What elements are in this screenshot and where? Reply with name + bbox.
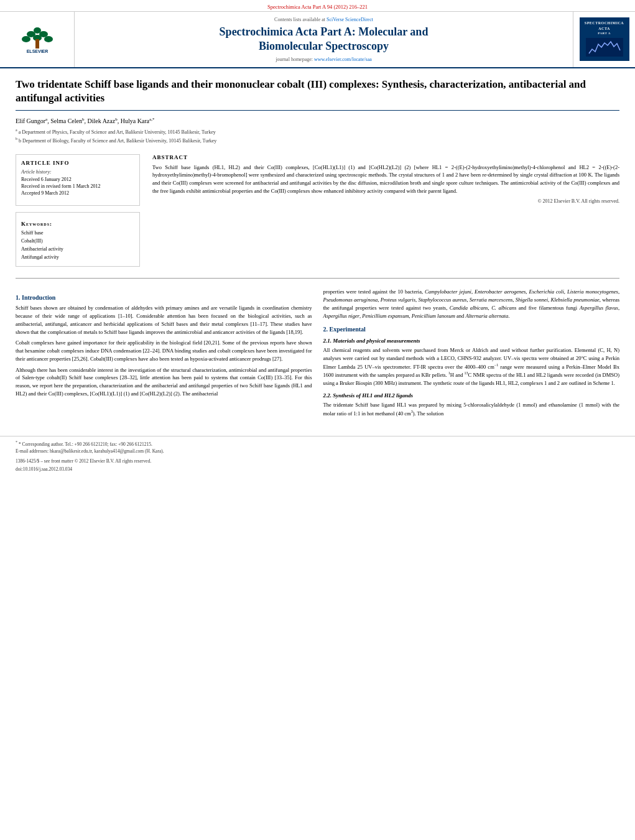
section2-heading: 2. Experimental	[323, 326, 620, 333]
subsection21-text: All chemical reagents and solvents were …	[323, 346, 620, 387]
svg-text:ELSEVIER: ELSEVIER	[26, 49, 48, 53]
email-line: E-mail addresses: hkara@balikesir.edu.tr…	[16, 448, 619, 455]
logo-line3: PART A	[598, 31, 611, 35]
abstract-section: ABSTRACT Two Schiff base ligands (HL1, H…	[152, 154, 619, 204]
keyword-1: Schiff base	[21, 229, 134, 238]
corresponding-note: * * Corresponding author. Tel.: +90 266 …	[16, 440, 619, 448]
section1-heading: 1. Introduction	[16, 294, 312, 301]
doi-line: doi:10.1016/j.saa.2012.03.034	[16, 466, 619, 472]
article-title: Two tridentate Schiff base ligands and t…	[16, 78, 619, 111]
article-info-box: ARTICLE INFO Article history: Received 6…	[16, 154, 140, 206]
copyright-line: © 2012 Elsevier B.V. All rights reserved…	[152, 198, 619, 204]
elsevier-tree-logo: ELSEVIER	[12, 25, 62, 53]
header-main: Contents lists available at SciVerse Sci…	[75, 12, 573, 67]
contents-line: Contents lists available at SciVerse Sci…	[81, 17, 567, 22]
elsevier-logo: ELSEVIER	[12, 25, 62, 53]
logo-line1: SPECTROCHIMICA	[585, 21, 624, 25]
footer: * * Corresponding author. Tel.: +90 266 …	[0, 436, 635, 475]
page-container: Spectrochimica Acta Part A 94 (2012) 216…	[0, 0, 635, 840]
body-left: 1. Introduction Schiff bases shown are o…	[16, 288, 312, 420]
section1-para3: Although there has been considerable int…	[16, 366, 312, 398]
keyword-2: Cobalt(III)	[21, 238, 134, 246]
body-right: properties were tested against the 10 ba…	[323, 288, 620, 420]
article-info-column: ARTICLE INFO Article history: Received 6…	[16, 154, 140, 274]
journal-header: ELSEVIER Contents lists available at Sci…	[0, 12, 635, 68]
contents-text: Contents lists available at	[274, 17, 325, 22]
logo-line2: ACTA	[598, 26, 610, 31]
keyword-3: Antibacterial activity	[21, 246, 134, 254]
article-content: Two tridentate Schiff base ligands and t…	[0, 68, 635, 430]
journal-homepage: journal homepage: www.elsevier.com/locat…	[81, 57, 567, 62]
abstract-title: ABSTRACT	[152, 154, 619, 160]
svg-point-4	[22, 36, 30, 42]
svg-rect-9	[586, 38, 623, 57]
issn-line: 1386-1425/$ – see front matter © 2012 El…	[16, 458, 619, 464]
history-title: Article history:	[21, 169, 134, 175]
received-date: Received 6 January 2012	[21, 176, 134, 183]
keywords-title: Keywords:	[21, 221, 134, 227]
section1-right-text: properties were tested against the 10 ba…	[323, 288, 620, 320]
abstract-column: ABSTRACT Two Schiff base ligands (HL1, H…	[152, 154, 619, 274]
elsevier-logo-container: ELSEVIER	[0, 12, 75, 67]
subsection22-text: The tridentate Schiff base ligand HL1 wa…	[323, 401, 620, 417]
received-revised-date: Received in revised form 1 March 2012	[21, 183, 134, 190]
keyword-4: Antifungal activity	[21, 254, 134, 262]
section-divider	[16, 278, 619, 279]
subsection21-heading: 2.1. Materials and physical measurements	[323, 338, 620, 344]
article-history-section: Article history: Received 6 January 2012…	[21, 169, 134, 197]
keywords-list: Schiff base Cobalt(III) Antibacterial ac…	[21, 229, 134, 261]
section1-para2: Cobalt complexes have gained importance …	[16, 339, 312, 362]
keywords-box: Keywords: Schiff base Cobalt(III) Antiba…	[16, 212, 140, 267]
article-info-title: ARTICLE INFO	[21, 160, 134, 166]
journal-logo-box: SPECTROCHIMICA ACTA PART A	[580, 17, 629, 61]
logo-graph	[586, 38, 623, 58]
main-body: 1. Introduction Schiff bases shown are o…	[16, 288, 619, 420]
homepage-url[interactable]: www.elsevier.com/locate/saa	[314, 57, 372, 62]
authors-line: Elif Gungora, Selma Celenb, Dilek Azazb,…	[16, 117, 619, 124]
journal-title: Spectrochimica Acta Part A: Molecular an…	[81, 25, 567, 54]
sciverse-link[interactable]: SciVerse ScienceDirect	[327, 17, 373, 22]
svg-point-6	[44, 36, 53, 42]
affiliations: a a Department of Physics, Faculty of Sc…	[16, 127, 619, 144]
article-info-abstract-row: ARTICLE INFO Article history: Received 6…	[16, 154, 619, 274]
journal-ref: Spectrochimica Acta Part A 94 (2012) 216…	[267, 4, 368, 10]
top-bar: Spectrochimica Acta Part A 94 (2012) 216…	[0, 0, 635, 12]
subsection22-heading: 2.2. Synthesis of HL1 and HL2 ligands	[323, 392, 620, 399]
section1-para1: Schiff bases shown are obtained by conde…	[16, 304, 312, 336]
svg-rect-7	[35, 39, 39, 48]
abstract-text: Two Schiff base ligands (HL1, HL2) and t…	[152, 164, 619, 195]
accepted-date: Accepted 9 March 2012	[21, 190, 134, 196]
header-right: SPECTROCHIMICA ACTA PART A	[573, 12, 635, 67]
